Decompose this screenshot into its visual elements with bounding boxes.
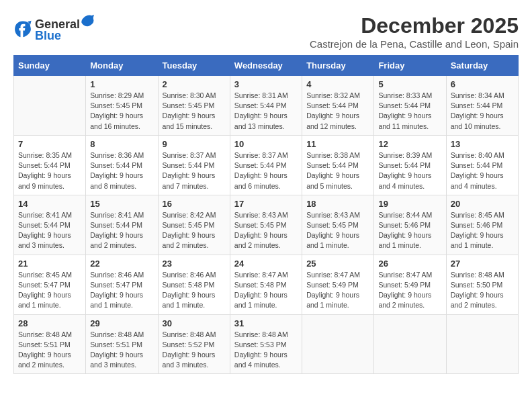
day-info: Sunrise: 8:48 AMSunset: 5:52 PMDaylight:… <box>163 330 216 369</box>
header-wednesday: Wednesday <box>230 56 302 76</box>
table-row: 13 Sunrise: 8:40 AMSunset: 5:44 PMDaylig… <box>446 135 518 195</box>
day-info: Sunrise: 8:32 AMSunset: 5:44 PMDaylight:… <box>306 91 360 130</box>
day-info: Sunrise: 8:29 AMSunset: 5:45 PMDaylight:… <box>90 91 144 130</box>
logo: General Blue <box>13 13 95 43</box>
table-row: 15 Sunrise: 8:41 AMSunset: 5:44 PMDaylig… <box>86 195 158 255</box>
table-row: 27 Sunrise: 8:48 AMSunset: 5:50 PMDaylig… <box>446 255 518 314</box>
day-number: 2 <box>163 79 226 89</box>
day-number: 18 <box>306 199 369 209</box>
logo-bird-icon <box>80 13 95 28</box>
table-row: 10 Sunrise: 8:37 AMSunset: 5:44 PMDaylig… <box>230 135 302 195</box>
table-row: 9 Sunrise: 8:37 AMSunset: 5:44 PMDayligh… <box>158 135 230 195</box>
day-info: Sunrise: 8:40 AMSunset: 5:44 PMDaylight:… <box>451 151 504 190</box>
day-info: Sunrise: 8:44 AMSunset: 5:46 PMDaylight:… <box>378 211 432 250</box>
day-number: 28 <box>18 318 81 328</box>
table-row <box>374 314 446 374</box>
day-number: 7 <box>18 139 81 149</box>
table-row: 17 Sunrise: 8:43 AMSunset: 5:45 PMDaylig… <box>230 195 302 255</box>
header-tuesday: Tuesday <box>158 56 230 76</box>
day-number: 10 <box>234 139 298 149</box>
table-row: 8 Sunrise: 8:36 AMSunset: 5:44 PMDayligh… <box>86 135 158 195</box>
day-number: 16 <box>163 199 226 209</box>
calendar-week-5: 28 Sunrise: 8:48 AMSunset: 5:51 PMDaylig… <box>14 314 519 374</box>
table-row: 14 Sunrise: 8:41 AMSunset: 5:44 PMDaylig… <box>14 195 86 255</box>
day-number: 20 <box>451 199 514 209</box>
day-info: Sunrise: 8:37 AMSunset: 5:44 PMDaylight:… <box>163 151 216 190</box>
header: General Blue December 2025 Castrejon de … <box>13 13 519 50</box>
day-info: Sunrise: 8:43 AMSunset: 5:45 PMDaylight:… <box>306 211 360 250</box>
day-number: 19 <box>378 199 441 209</box>
day-info: Sunrise: 8:30 AMSunset: 5:45 PMDaylight:… <box>163 91 216 130</box>
calendar-week-2: 7 Sunrise: 8:35 AMSunset: 5:44 PMDayligh… <box>14 135 519 195</box>
calendar-week-3: 14 Sunrise: 8:41 AMSunset: 5:44 PMDaylig… <box>14 195 519 255</box>
day-number: 1 <box>90 79 153 89</box>
day-info: Sunrise: 8:37 AMSunset: 5:44 PMDaylight:… <box>234 151 288 190</box>
header-thursday: Thursday <box>302 56 374 76</box>
table-row: 11 Sunrise: 8:38 AMSunset: 5:44 PMDaylig… <box>302 135 374 195</box>
day-info: Sunrise: 8:38 AMSunset: 5:44 PMDaylight:… <box>306 151 360 190</box>
day-info: Sunrise: 8:48 AMSunset: 5:53 PMDaylight:… <box>234 330 288 369</box>
day-number: 8 <box>90 139 153 149</box>
day-info: Sunrise: 8:45 AMSunset: 5:47 PMDaylight:… <box>18 271 72 310</box>
day-info: Sunrise: 8:42 AMSunset: 5:45 PMDaylight:… <box>163 211 216 250</box>
table-row: 12 Sunrise: 8:39 AMSunset: 5:44 PMDaylig… <box>374 135 446 195</box>
day-number: 11 <box>306 139 369 149</box>
table-row: 19 Sunrise: 8:44 AMSunset: 5:46 PMDaylig… <box>374 195 446 255</box>
table-row: 3 Sunrise: 8:31 AMSunset: 5:44 PMDayligh… <box>230 76 302 136</box>
day-info: Sunrise: 8:43 AMSunset: 5:45 PMDaylight:… <box>234 211 288 250</box>
location-subtitle: Castrejon de la Pena, Castille and Leon,… <box>310 38 519 50</box>
day-number: 15 <box>90 199 153 209</box>
day-info: Sunrise: 8:48 AMSunset: 5:51 PMDaylight:… <box>18 330 72 369</box>
day-number: 3 <box>234 79 298 89</box>
day-info: Sunrise: 8:45 AMSunset: 5:46 PMDaylight:… <box>451 211 504 250</box>
day-number: 31 <box>234 318 298 328</box>
header-saturday: Saturday <box>446 56 518 76</box>
table-row: 29 Sunrise: 8:48 AMSunset: 5:51 PMDaylig… <box>86 314 158 374</box>
day-number: 23 <box>163 259 226 269</box>
day-number: 14 <box>18 199 81 209</box>
day-info: Sunrise: 8:46 AMSunset: 5:47 PMDaylight:… <box>90 271 144 310</box>
calendar-week-1: 1 Sunrise: 8:29 AMSunset: 5:45 PMDayligh… <box>14 76 519 136</box>
table-row: 18 Sunrise: 8:43 AMSunset: 5:45 PMDaylig… <box>302 195 374 255</box>
calendar-header-row: Sunday Monday Tuesday Wednesday Thursday… <box>14 56 519 76</box>
table-row <box>302 314 374 374</box>
logo-icon <box>13 19 32 38</box>
day-number: 12 <box>378 139 441 149</box>
day-info: Sunrise: 8:47 AMSunset: 5:49 PMDaylight:… <box>306 271 360 310</box>
day-number: 29 <box>90 318 153 328</box>
day-info: Sunrise: 8:47 AMSunset: 5:48 PMDaylight:… <box>234 271 288 310</box>
day-info: Sunrise: 8:36 AMSunset: 5:44 PMDaylight:… <box>90 151 144 190</box>
day-number: 27 <box>451 259 514 269</box>
table-row: 31 Sunrise: 8:48 AMSunset: 5:53 PMDaylig… <box>230 314 302 374</box>
day-number: 26 <box>378 259 441 269</box>
header-sunday: Sunday <box>14 56 86 76</box>
logo-blue: Blue <box>35 29 61 42</box>
month-title: December 2025 <box>310 13 519 38</box>
table-row: 24 Sunrise: 8:47 AMSunset: 5:48 PMDaylig… <box>230 255 302 314</box>
day-info: Sunrise: 8:35 AMSunset: 5:44 PMDaylight:… <box>18 151 72 190</box>
day-info: Sunrise: 8:48 AMSunset: 5:51 PMDaylight:… <box>90 330 144 369</box>
title-section: December 2025 Castrejon de la Pena, Cast… <box>310 13 519 50</box>
calendar-week-4: 21 Sunrise: 8:45 AMSunset: 5:47 PMDaylig… <box>14 255 519 314</box>
table-row: 1 Sunrise: 8:29 AMSunset: 5:45 PMDayligh… <box>86 76 158 136</box>
day-number: 30 <box>163 318 226 328</box>
table-row: 22 Sunrise: 8:46 AMSunset: 5:47 PMDaylig… <box>86 255 158 314</box>
table-row: 28 Sunrise: 8:48 AMSunset: 5:51 PMDaylig… <box>14 314 86 374</box>
table-row: 30 Sunrise: 8:48 AMSunset: 5:52 PMDaylig… <box>158 314 230 374</box>
day-info: Sunrise: 8:41 AMSunset: 5:44 PMDaylight:… <box>18 211 72 250</box>
day-info: Sunrise: 8:48 AMSunset: 5:50 PMDaylight:… <box>451 271 504 310</box>
calendar-table: Sunday Monday Tuesday Wednesday Thursday… <box>13 55 519 374</box>
day-number: 17 <box>234 199 298 209</box>
logo-wordmark: General Blue <box>35 13 95 43</box>
table-row: 4 Sunrise: 8:32 AMSunset: 5:44 PMDayligh… <box>302 76 374 136</box>
day-info: Sunrise: 8:31 AMSunset: 5:44 PMDaylight:… <box>234 91 288 130</box>
table-row <box>14 76 86 136</box>
header-monday: Monday <box>86 56 158 76</box>
table-row: 7 Sunrise: 8:35 AMSunset: 5:44 PMDayligh… <box>14 135 86 195</box>
day-info: Sunrise: 8:34 AMSunset: 5:44 PMDaylight:… <box>451 91 504 130</box>
day-info: Sunrise: 8:41 AMSunset: 5:44 PMDaylight:… <box>90 211 144 250</box>
table-row: 2 Sunrise: 8:30 AMSunset: 5:45 PMDayligh… <box>158 76 230 136</box>
day-number: 4 <box>306 79 369 89</box>
day-number: 13 <box>451 139 514 149</box>
table-row: 23 Sunrise: 8:46 AMSunset: 5:48 PMDaylig… <box>158 255 230 314</box>
